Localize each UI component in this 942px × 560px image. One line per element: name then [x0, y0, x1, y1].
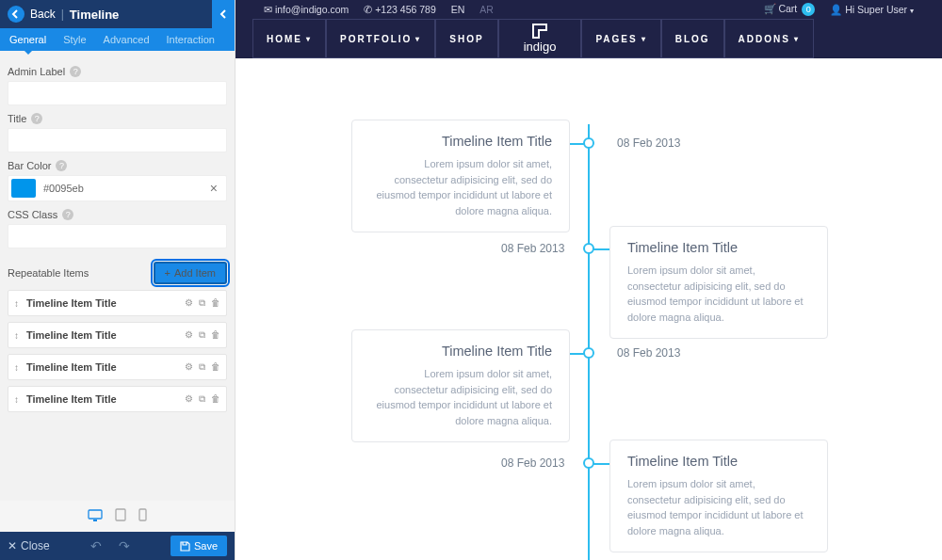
timeline-dot-icon	[583, 457, 594, 469]
chevron-down-icon: ▾	[794, 35, 800, 43]
tab-style[interactable]: Style	[63, 28, 86, 51]
color-value: #0095eb	[43, 183, 204, 194]
add-item-button[interactable]: +Add Item	[154, 262, 227, 284]
delete-icon[interactable]: 🗑	[211, 393, 220, 405]
sidebar-header: Back | Timeline	[0, 0, 235, 28]
drag-handle-icon[interactable]: ↕	[14, 394, 19, 405]
lang-en[interactable]: EN	[451, 4, 465, 15]
duplicate-icon[interactable]: ⧉	[199, 393, 205, 405]
gear-icon[interactable]: ⚙	[185, 393, 193, 405]
mobile-icon[interactable]	[138, 508, 147, 521]
gear-icon[interactable]: ⚙	[185, 361, 193, 373]
nav-blog[interactable]: BLOG	[661, 19, 724, 58]
chevron-down-icon: ▾	[415, 35, 421, 43]
timeline-card-title: Timeline Item Title	[369, 134, 552, 149]
timeline-card[interactable]: Timeline Item Title Lorem ipsum dolor si…	[609, 440, 828, 552]
user-menu[interactable]: 👤 Hi Super User ▾	[830, 4, 914, 16]
delete-icon[interactable]: 🗑	[211, 361, 220, 373]
sidebar-footer: ✕ Close ↶ ↷ Save	[0, 532, 235, 560]
help-icon[interactable]: ?	[31, 113, 42, 124]
sidebar-body: Admin Label? Title? Bar Color? #0095eb ×…	[0, 51, 235, 501]
nav-portfolio[interactable]: PORTFOLIO▾	[326, 19, 435, 58]
timeline-widget: Timeline Item Title Lorem ipsum dolor si…	[236, 105, 942, 560]
nav-addons[interactable]: ADDONS▾	[724, 19, 814, 58]
timeline-card[interactable]: Timeline Item Title Lorem ipsum dolor si…	[609, 226, 828, 339]
close-button[interactable]: ✕ Close	[8, 539, 50, 552]
item-title: Timeline Item Title	[26, 393, 177, 405]
color-swatch[interactable]	[11, 179, 36, 198]
title-input[interactable]	[8, 128, 227, 152]
drag-handle-icon[interactable]: ↕	[14, 362, 19, 373]
desktop-icon[interactable]	[88, 509, 103, 521]
site-logo[interactable]: indigo	[498, 19, 582, 58]
lang-ar[interactable]: AR	[479, 4, 494, 15]
timeline-dot-icon	[583, 243, 594, 254]
clear-color-icon[interactable]: ×	[204, 181, 223, 196]
nav-pages[interactable]: PAGES▾	[581, 19, 660, 58]
logo-text: indigo	[524, 40, 557, 54]
nav-home[interactable]: HOME▾	[252, 19, 326, 58]
nav-shop[interactable]: SHOP	[435, 19, 497, 58]
save-button[interactable]: Save	[171, 536, 227, 556]
delete-icon[interactable]: 🗑	[211, 329, 220, 341]
svg-rect-3	[139, 509, 146, 520]
redo-icon[interactable]: ↷	[113, 538, 136, 553]
timeline-card-body: Lorem ipsum dolor sit amet, consectetur …	[627, 476, 810, 538]
help-icon[interactable]: ?	[70, 66, 81, 77]
undo-icon[interactable]: ↶	[85, 538, 107, 553]
timeline-date: 08 Feb 2013	[617, 136, 680, 150]
delete-icon[interactable]: 🗑	[211, 297, 220, 309]
duplicate-icon[interactable]: ⧉	[199, 329, 205, 341]
bar-color-label: Bar Color?	[8, 160, 227, 171]
phone-link[interactable]: ✆ +123 456 789	[364, 4, 435, 15]
repeatable-item[interactable]: ↕ Timeline Item Title ⚙⧉🗑	[8, 386, 227, 412]
sidebar-tabs: General Style Advanced Interaction	[0, 28, 235, 51]
timeline-card-title: Timeline Item Title	[627, 240, 810, 255]
logo-icon	[532, 24, 547, 39]
chevron-down-icon: ▾	[910, 7, 914, 15]
admin-label-label: Admin Label?	[8, 66, 227, 77]
site-nav: HOME▾ PORTFOLIO▾ SHOP indigo PAGES▾ BLOG…	[236, 19, 942, 58]
timeline-card-body: Lorem ipsum dolor sit amet, consectetur …	[369, 156, 552, 218]
help-icon[interactable]: ?	[56, 160, 67, 171]
timeline-card[interactable]: Timeline Item Title Lorem ipsum dolor si…	[351, 120, 570, 232]
tablet-icon[interactable]	[115, 508, 126, 521]
item-title: Timeline Item Title	[26, 329, 177, 341]
timeline-date: 08 Feb 2013	[501, 456, 564, 470]
save-icon	[180, 541, 190, 552]
timeline-card-title: Timeline Item Title	[369, 344, 552, 359]
plus-icon: +	[165, 267, 171, 279]
admin-label-input[interactable]	[8, 81, 227, 105]
gear-icon[interactable]: ⚙	[185, 329, 193, 341]
tab-advanced[interactable]: Advanced	[104, 28, 150, 51]
item-title: Timeline Item Title	[26, 361, 177, 373]
collapse-sidebar-icon[interactable]	[212, 0, 235, 28]
help-icon[interactable]: ?	[62, 209, 73, 220]
breadcrumb-separator: |	[61, 8, 64, 21]
back-arrow-icon[interactable]	[8, 6, 24, 23]
repeatable-item[interactable]: ↕ Timeline Item Title ⚙ ⧉ 🗑	[8, 290, 227, 316]
drag-handle-icon[interactable]: ↕	[14, 298, 19, 309]
site-topbar: ✉ info@indigo.com ✆ +123 456 789 EN AR 🛒…	[236, 0, 942, 19]
drag-handle-icon[interactable]: ↕	[14, 330, 19, 341]
svg-rect-0	[89, 510, 102, 519]
duplicate-icon[interactable]: ⧉	[199, 297, 205, 309]
gear-icon[interactable]: ⚙	[185, 297, 193, 309]
timeline-connector	[593, 248, 609, 250]
timeline-card[interactable]: Timeline Item Title Lorem ipsum dolor si…	[351, 329, 570, 442]
timeline-dot-icon	[583, 137, 594, 149]
editor-sidebar: Back | Timeline General Style Advanced I…	[0, 0, 236, 560]
back-label[interactable]: Back	[30, 8, 56, 21]
bar-color-field[interactable]: #0095eb ×	[8, 175, 227, 201]
repeatable-item[interactable]: ↕ Timeline Item Title ⚙⧉🗑	[8, 322, 227, 348]
email-link[interactable]: ✉ info@indigo.com	[264, 4, 349, 15]
cart-link[interactable]: 🛒 Cart 0	[764, 3, 816, 16]
tab-general[interactable]: General	[9, 28, 46, 51]
css-class-input[interactable]	[8, 224, 227, 248]
repeatable-item[interactable]: ↕ Timeline Item Title ⚙⧉🗑	[8, 354, 227, 380]
css-class-label: CSS Class?	[8, 209, 227, 220]
timeline-dot-icon	[583, 347, 594, 359]
duplicate-icon[interactable]: ⧉	[199, 361, 205, 373]
tab-interaction[interactable]: Interaction	[167, 28, 215, 51]
repeatable-header: Repeatable Items +Add Item	[8, 262, 227, 284]
